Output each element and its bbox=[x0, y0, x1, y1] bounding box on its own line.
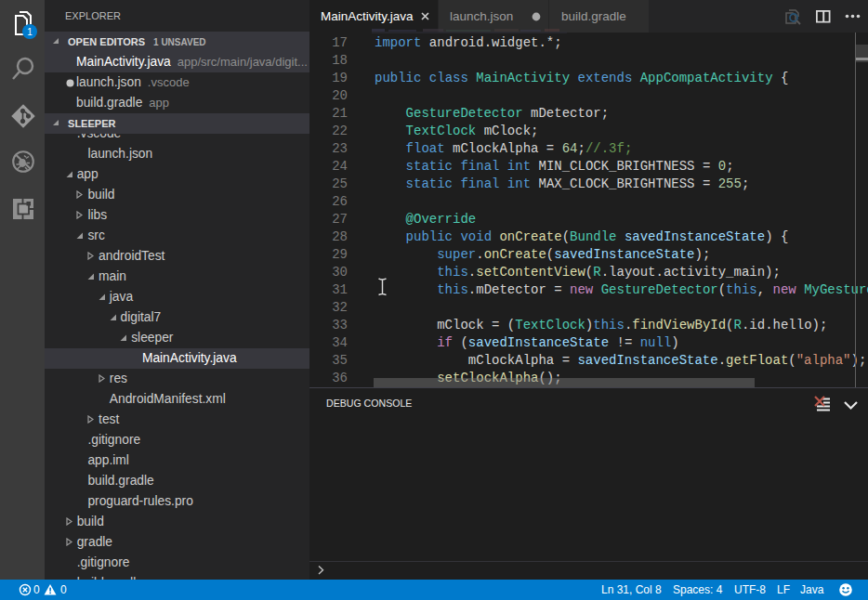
svg-text:1: 1 bbox=[27, 27, 33, 37]
